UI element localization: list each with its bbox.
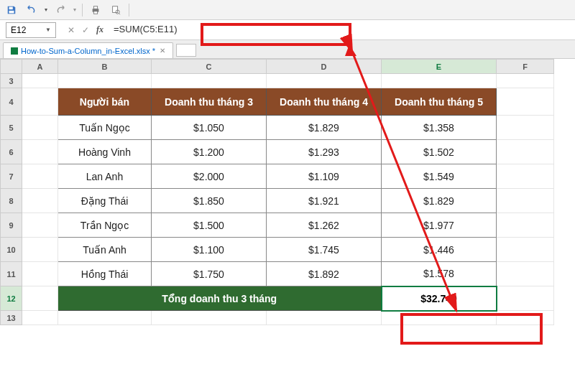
cell[interactable] — [152, 311, 267, 325]
row-header[interactable]: 13 — [1, 311, 22, 325]
cell[interactable] — [22, 74, 58, 88]
row-header[interactable]: 10 — [1, 238, 22, 262]
row-header[interactable]: 12 — [1, 286, 22, 311]
table-cell[interactable]: $1.200 — [152, 140, 267, 164]
table-cell[interactable]: Tuấn Anh — [58, 238, 152, 262]
formula-input[interactable]: =SUM(C5:E11) — [109, 22, 575, 38]
cell[interactable] — [497, 238, 554, 262]
cell[interactable] — [22, 164, 58, 189]
new-tab-button[interactable] — [176, 44, 196, 57]
cell[interactable] — [58, 74, 152, 88]
sum-value-cell[interactable]: $32.740 — [382, 286, 497, 311]
table-cell[interactable]: Đặng Thái — [58, 189, 152, 213]
table-cell[interactable]: $1.262 — [267, 213, 382, 238]
table-cell[interactable]: Tuấn Ngọc — [58, 116, 152, 140]
cell[interactable] — [497, 311, 554, 325]
table-cell[interactable]: $1.358 — [382, 116, 497, 140]
cell[interactable] — [382, 74, 497, 88]
cancel-icon[interactable]: ✕ — [68, 25, 75, 35]
table-cell[interactable]: $1.578 — [382, 262, 497, 286]
table-cell[interactable]: Trần Ngọc — [58, 213, 152, 238]
cell[interactable] — [58, 311, 152, 325]
row-header[interactable]: 6 — [1, 140, 22, 164]
table-cell[interactable]: $1.850 — [152, 189, 267, 213]
cell[interactable] — [497, 164, 554, 189]
row-header[interactable]: 11 — [1, 262, 22, 286]
cell[interactable] — [22, 213, 58, 238]
undo-icon[interactable] — [24, 3, 39, 17]
select-all-corner[interactable] — [1, 60, 22, 74]
col-header-B[interactable]: B — [58, 60, 152, 74]
table-cell[interactable]: $1.977 — [382, 213, 497, 238]
spreadsheet-grid[interactable]: A B C D E F 3 4 Người bán Doanh thu thán… — [0, 59, 554, 325]
svg-rect-1 — [9, 10, 14, 13]
cell[interactable] — [497, 262, 554, 286]
cell[interactable] — [22, 116, 58, 140]
cell[interactable] — [22, 286, 58, 311]
table-cell[interactable]: $1.502 — [382, 140, 497, 164]
cell[interactable] — [382, 311, 497, 325]
cell[interactable] — [152, 74, 267, 88]
name-box[interactable]: E12 ▼ — [6, 22, 56, 38]
cell[interactable] — [497, 286, 554, 311]
row-header[interactable]: 5 — [1, 116, 22, 140]
cell[interactable] — [22, 238, 58, 262]
cell[interactable] — [497, 74, 554, 88]
col-header-D[interactable]: D — [267, 60, 382, 74]
table-header[interactable]: Doanh thu tháng 5 — [382, 88, 497, 116]
table-cell[interactable]: $1.892 — [267, 262, 382, 286]
col-header-C[interactable]: C — [152, 60, 267, 74]
table-cell[interactable]: Lan Anh — [58, 164, 152, 189]
table-cell[interactable]: $1.549 — [382, 164, 497, 189]
quick-access-toolbar: ▾ ▾ — [0, 0, 575, 20]
cell[interactable] — [497, 116, 554, 140]
table-header[interactable]: Doanh thu tháng 4 — [267, 88, 382, 116]
table-cell[interactable]: $1.921 — [267, 189, 382, 213]
save-icon[interactable] — [4, 3, 19, 17]
table-header[interactable]: Doanh thu tháng 3 — [152, 88, 267, 116]
table-cell[interactable]: $1.745 — [267, 238, 382, 262]
redo-icon[interactable] — [53, 3, 68, 17]
table-cell[interactable]: $1.750 — [152, 262, 267, 286]
close-icon[interactable]: ✕ — [160, 47, 165, 55]
cell[interactable] — [267, 74, 382, 88]
cell[interactable] — [22, 189, 58, 213]
cell[interactable] — [497, 213, 554, 238]
table-cell[interactable]: $1.446 — [382, 238, 497, 262]
row-header[interactable]: 7 — [1, 164, 22, 189]
fx-icon[interactable]: fx — [96, 24, 104, 35]
table-cell[interactable]: Hoàng Vinh — [58, 140, 152, 164]
row-header[interactable]: 9 — [1, 213, 22, 238]
col-header-A[interactable]: A — [22, 60, 58, 74]
print-icon[interactable] — [88, 3, 103, 17]
chevron-down-icon[interactable]: ▼ — [45, 27, 51, 33]
table-cell[interactable]: $1.829 — [267, 116, 382, 140]
cell[interactable] — [22, 88, 58, 116]
row-header[interactable]: 8 — [1, 189, 22, 213]
cell[interactable] — [22, 311, 58, 325]
table-cell[interactable]: $1.100 — [152, 238, 267, 262]
cell[interactable] — [22, 140, 58, 164]
col-header-F[interactable]: F — [497, 60, 554, 74]
table-cell[interactable]: $1.109 — [267, 164, 382, 189]
cell[interactable] — [267, 311, 382, 325]
sum-label-cell[interactable]: Tổng doanh thu 3 tháng — [58, 286, 382, 311]
cell[interactable] — [497, 88, 554, 116]
table-cell[interactable]: Hồng Thái — [58, 262, 152, 286]
table-cell[interactable]: $1.293 — [267, 140, 382, 164]
cell[interactable] — [497, 140, 554, 164]
table-cell[interactable]: $1.500 — [152, 213, 267, 238]
enter-icon[interactable]: ✓ — [82, 25, 89, 35]
workbook-tab-bar: How-to-Sum-a-Column_in-Excel.xlsx * ✕ — [0, 40, 575, 59]
row-header[interactable]: 3 — [1, 74, 22, 88]
table-cell[interactable]: $1.829 — [382, 189, 497, 213]
cell[interactable] — [497, 189, 554, 213]
cell[interactable] — [22, 262, 58, 286]
workbook-tab[interactable]: How-to-Sum-a-Column_in-Excel.xlsx * ✕ — [3, 42, 173, 58]
table-cell[interactable]: $1.050 — [152, 116, 267, 140]
row-header[interactable]: 4 — [1, 88, 22, 116]
print-preview-icon[interactable] — [109, 3, 123, 17]
table-header[interactable]: Người bán — [58, 88, 152, 116]
col-header-E[interactable]: E — [382, 60, 497, 74]
table-cell[interactable]: $2.000 — [152, 164, 267, 189]
